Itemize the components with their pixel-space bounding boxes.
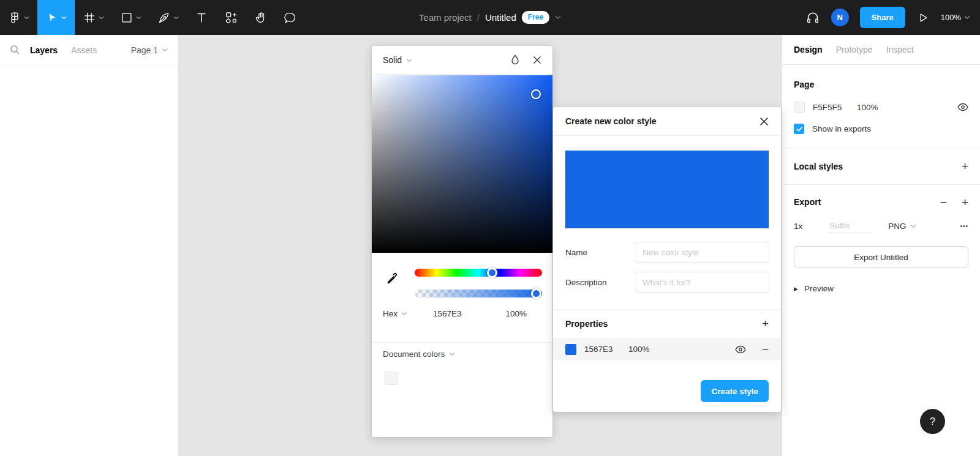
present-button[interactable] <box>916 11 930 24</box>
add-property-button[interactable]: + <box>762 318 769 329</box>
hue-slider-handle[interactable] <box>487 267 497 278</box>
remove-export-button[interactable]: − <box>940 196 947 208</box>
share-button[interactable]: Share <box>860 7 905 28</box>
zoom-menu[interactable]: 100% <box>941 13 970 22</box>
rectangle-icon <box>120 11 134 24</box>
move-tool-button[interactable] <box>37 0 75 35</box>
tab-layers[interactable]: Layers <box>30 45 58 55</box>
fill-type-value: Solid <box>383 55 402 65</box>
resources-tool-button[interactable] <box>216 0 246 35</box>
property-color-swatch[interactable] <box>565 344 576 355</box>
properties-title: Properties <box>565 319 608 329</box>
page-color-swatch[interactable] <box>794 102 805 113</box>
chevron-down-icon <box>61 16 67 20</box>
export-settings-row: 1x PNG ••• <box>794 219 968 233</box>
color-property-row[interactable]: 1567E3 100% − <box>553 338 781 361</box>
remove-property-button[interactable]: − <box>762 343 769 355</box>
color-format-value: Hex <box>383 309 398 318</box>
chevron-down-icon <box>910 224 916 228</box>
export-format-dropdown[interactable]: PNG <box>888 222 916 231</box>
comment-tool-button[interactable] <box>276 0 305 35</box>
tab-inspect[interactable]: Inspect <box>886 45 914 54</box>
close-dialog-button[interactable] <box>760 117 769 126</box>
tab-prototype[interactable]: Prototype <box>836 45 873 54</box>
show-in-exports-checkbox[interactable] <box>794 124 804 134</box>
page-color-hex[interactable]: F5F5F5 <box>813 103 857 112</box>
export-scale-dropdown[interactable]: 1x <box>794 222 802 231</box>
close-picker-button[interactable] <box>533 56 541 64</box>
text-tool-button[interactable] <box>187 0 216 35</box>
color-blend-button[interactable] <box>511 54 519 65</box>
document-colors-label: Document colors <box>383 349 445 359</box>
opacity-value-field[interactable]: 100% <box>505 309 527 318</box>
create-style-dialog: Create new color style Name Description … <box>553 107 781 412</box>
plan-badge[interactable]: Free <box>522 11 549 24</box>
zoom-level: 100% <box>941 13 961 22</box>
property-hex-value[interactable]: 1567E3 <box>584 345 628 354</box>
breadcrumb: Team project / Untitled Free <box>419 0 561 35</box>
close-icon <box>760 117 769 126</box>
name-field-row: Name <box>565 242 769 263</box>
tool-group <box>0 0 305 35</box>
saturation-value-area[interactable] <box>372 75 552 253</box>
topbar-right-group: N Share 100% <box>805 0 970 35</box>
main-menu-button[interactable] <box>0 0 37 35</box>
audio-call-button[interactable] <box>805 10 820 25</box>
frame-tool-button[interactable] <box>75 0 112 35</box>
color-selection-handle[interactable] <box>531 89 541 99</box>
color-format-dropdown[interactable]: Hex <box>383 309 407 318</box>
shape-tool-button[interactable] <box>112 0 149 35</box>
export-untitled-button[interactable]: Export Untitled <box>794 246 968 268</box>
dialog-title: Create new color style <box>565 116 657 126</box>
play-icon <box>916 11 930 24</box>
export-section: Export − + 1x PNG ••• Export Untitled ▶ … <box>782 185 980 293</box>
chevron-down-icon <box>162 48 168 52</box>
properties-panel: Design Prototype Inspect Page F5F5F5 100… <box>782 35 980 456</box>
hex-value-field[interactable]: 1567E3 <box>433 309 462 318</box>
style-description-input[interactable] <box>636 272 769 293</box>
divider <box>553 309 781 310</box>
help-button[interactable]: ? <box>920 409 945 434</box>
components-icon <box>224 10 238 24</box>
page-selector-label: Page 1 <box>131 45 158 55</box>
breadcrumb-project[interactable]: Team project <box>419 12 472 23</box>
export-format-value: PNG <box>888 222 906 231</box>
pen-tool-button[interactable] <box>149 0 187 35</box>
tab-assets[interactable]: Assets <box>71 45 97 55</box>
breadcrumb-filename[interactable]: Untitled <box>485 12 516 23</box>
export-title: Export <box>794 197 821 207</box>
export-suffix-input[interactable] <box>828 219 872 233</box>
property-opacity-value[interactable]: 100% <box>628 345 650 354</box>
page-selector[interactable]: Page 1 <box>131 45 168 55</box>
avatar[interactable]: N <box>831 9 849 26</box>
breadcrumb-separator: / <box>477 12 480 23</box>
file-menu-chevron-icon[interactable] <box>555 15 561 20</box>
page-color-visibility-button[interactable] <box>957 103 968 111</box>
top-toolbar: Team project / Untitled Free N Share 100… <box>0 0 980 35</box>
style-color-preview <box>565 151 769 228</box>
description-field-row: Description <box>565 272 769 293</box>
hand-tool-button[interactable] <box>246 0 276 35</box>
fill-type-dropdown[interactable]: Solid <box>383 55 412 65</box>
opacity-slider[interactable] <box>415 290 542 297</box>
style-name-input[interactable] <box>636 242 769 263</box>
page-color-opacity[interactable]: 100% <box>857 103 878 112</box>
add-export-button[interactable]: + <box>962 196 968 208</box>
chevron-down-icon <box>401 312 407 316</box>
eyedropper-button[interactable] <box>385 271 400 286</box>
eye-icon <box>735 345 746 354</box>
preview-toggle[interactable]: ▶ Preview <box>794 284 968 293</box>
tab-design[interactable]: Design <box>794 45 823 54</box>
property-visibility-button[interactable] <box>735 345 746 354</box>
export-options-button[interactable]: ••• <box>960 223 968 230</box>
document-color-swatch[interactable] <box>385 372 398 385</box>
opacity-slider-handle[interactable] <box>531 288 541 299</box>
hue-slider[interactable] <box>415 269 542 277</box>
eye-icon <box>957 103 968 111</box>
create-style-button[interactable]: Create style <box>701 380 769 402</box>
search-button[interactable] <box>10 45 20 55</box>
properties-panel-tabs: Design Prototype Inspect <box>782 35 980 65</box>
document-colors-dropdown[interactable]: Document colors <box>383 349 455 359</box>
headphones-icon <box>805 10 820 25</box>
add-local-style-button[interactable]: + <box>962 160 968 172</box>
